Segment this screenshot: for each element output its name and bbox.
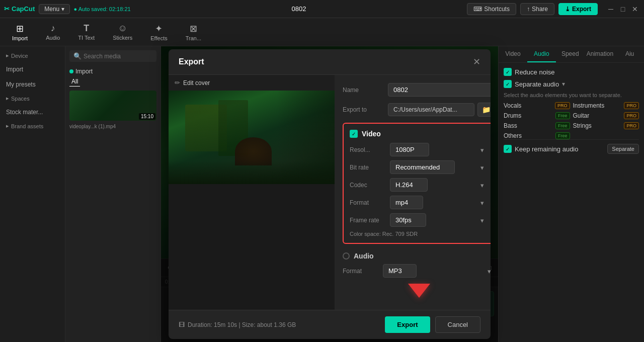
reduce-noise-check[interactable]: ✓ <box>504 68 512 76</box>
nav-effects[interactable]: ✦ Effects <box>142 20 175 44</box>
format-label: Format <box>350 199 390 206</box>
sidebar-spaces[interactable]: ▸ Spaces <box>2 93 63 104</box>
minimize-button[interactable]: ─ <box>606 4 616 14</box>
navbar: ⊞ Import ♪ Audio T TI Text ☺ Stickers ✦ … <box>0 18 644 46</box>
tab-audio[interactable]: Audio <box>527 46 556 62</box>
drums-label: Drums <box>504 112 552 119</box>
others-item: Others Free <box>504 132 570 139</box>
codec-select[interactable]: H.264 H.265 <box>390 178 428 192</box>
import-nav-icon: ⊞ <box>16 23 24 34</box>
export-button[interactable]: ⤓ Export <box>558 3 598 15</box>
nav-text[interactable]: T TI Text <box>70 20 103 44</box>
share-icon: ↑ <box>527 6 530 13</box>
sidebar-stock[interactable]: Stock mater... <box>2 106 63 119</box>
tab-video[interactable]: Video <box>499 46 527 62</box>
shortcuts-icon: ⌨ <box>473 6 482 13</box>
strings-pro-badge: PRO <box>624 122 639 129</box>
keep-audio-check[interactable]: ✓ <box>504 145 512 153</box>
maximize-button[interactable]: □ <box>618 4 628 14</box>
nav-stickers-label: Stickers <box>113 35 132 41</box>
export-path-input[interactable] <box>388 103 474 116</box>
tab-animation[interactable]: Animation <box>585 46 615 62</box>
import-dot-icon <box>69 69 73 73</box>
keep-audio-left: ✓ Keep remaining audio <box>504 145 578 153</box>
framerate-select[interactable]: 30fps 24fps 60fps <box>390 213 426 227</box>
audio-check-icon[interactable] <box>343 252 350 260</box>
audio-elements-grid: Vocals PRO Instruments PRO Drums Free Gu… <box>504 102 639 139</box>
name-row: Name <box>343 83 491 97</box>
audio-section-title: Audio <box>354 252 374 260</box>
reduce-noise-section: ✓ Reduce noise <box>504 68 639 76</box>
vocals-label: Vocals <box>504 102 552 109</box>
sidebar-device[interactable]: ▸ Device <box>2 50 63 61</box>
edit-cover-button[interactable]: Edit cover <box>183 79 210 87</box>
keep-audio-row: ✓ Keep remaining audio Separate <box>504 139 639 154</box>
strings-label: Strings <box>573 122 621 129</box>
cancel-button[interactable]: Cancel <box>435 316 480 333</box>
nav-audio[interactable]: ♪ Audio <box>38 20 68 44</box>
export-to-label: Export to <box>343 106 388 113</box>
name-input[interactable] <box>388 83 491 97</box>
codec-row: Codec H.264 H.265 <box>350 178 488 192</box>
nav-text-label: TI Text <box>78 35 95 41</box>
nav-transitions[interactable]: ⊠ Tran... <box>178 20 209 44</box>
nav-import-label: Import <box>12 35 28 41</box>
media-grid: 15:10 videoplay...k (1).mp4 <box>65 89 160 342</box>
search-input[interactable] <box>84 53 152 60</box>
sidebar-import[interactable]: Import <box>2 63 63 76</box>
transitions-nav-icon: ⊠ <box>190 23 197 34</box>
vocals-item: Vocals PRO <box>504 102 570 109</box>
audio-format-select[interactable]: MP3 AAC <box>383 264 417 278</box>
close-button[interactable]: ✕ <box>630 4 640 14</box>
format-select-wrap: mp4 mov <box>390 196 488 209</box>
app-name: CapCut <box>12 5 35 13</box>
instruments-item: Instruments PRO <box>573 102 639 109</box>
strings-item: Strings PRO <box>573 122 639 129</box>
export-confirm-button[interactable]: Export <box>385 316 430 333</box>
media-tab-all[interactable]: All <box>69 77 80 87</box>
format-select[interactable]: mp4 mov <box>390 196 423 209</box>
sidebar-presets[interactable]: My presets <box>2 78 63 91</box>
keep-audio-label: Keep remaining audio <box>515 145 578 153</box>
export-icon: ⤓ <box>565 6 570 13</box>
menu-button[interactable]: Menu ▾ <box>39 4 69 14</box>
project-title: 0802 <box>135 5 463 13</box>
tab-speed[interactable]: Speed <box>556 46 585 62</box>
right-panel: Video Audio Speed Animation Aiu ✓ Reduce… <box>498 46 644 342</box>
tab-more[interactable]: Aiu <box>615 46 644 62</box>
bitrate-select[interactable]: Recommended High Low <box>390 160 455 174</box>
separate-audio-label: Separate audio <box>515 80 559 88</box>
media-tabs: All <box>65 77 160 89</box>
guitar-label: Guitar <box>573 112 621 119</box>
resolution-row: Resol... 1080P 720P 4K <box>350 143 488 156</box>
export-dialog: Export ✕ ✏ Edit cover <box>169 49 491 339</box>
separate-audio-check[interactable]: ✓ <box>504 80 512 88</box>
export-label: Export <box>572 6 591 13</box>
spaces-arrow-icon: ▸ <box>6 95 9 102</box>
bass-item: Bass Free <box>504 122 570 129</box>
folder-button[interactable]: 📁 <box>477 103 491 117</box>
media-thumbnail[interactable]: 15:10 <box>69 91 156 121</box>
brand-arrow-icon: ▸ <box>6 123 9 129</box>
nav-effects-label: Effects <box>150 35 167 41</box>
import-media-btn[interactable]: Import <box>65 66 160 77</box>
separate-action-button[interactable]: Separate <box>607 144 639 154</box>
sidebar-brand[interactable]: ▸ Brand assets <box>2 121 63 131</box>
dialog-close-button[interactable]: ✕ <box>473 56 480 67</box>
nav-import[interactable]: ⊞ Import <box>4 20 36 44</box>
nav-stickers[interactable]: ☺ Stickers <box>105 20 140 44</box>
bass-label: Bass <box>504 122 552 129</box>
duration-info: 🎞 Duration: 15m 10s | Size: about 1.36 G… <box>179 321 296 328</box>
shortcuts-button[interactable]: ⌨ Shortcuts <box>467 3 516 15</box>
bass-free-badge: Free <box>555 122 570 129</box>
search-bar: 🔍 <box>69 50 156 62</box>
dialog-footer: 🎞 Duration: 15m 10s | Size: about 1.36 G… <box>169 310 491 339</box>
video-check-icon[interactable]: ✓ <box>350 130 358 138</box>
guitar-pro-badge: PRO <box>624 112 639 119</box>
framerate-select-wrap: 30fps 24fps 60fps <box>390 213 488 227</box>
resolution-select[interactable]: 1080P 720P 4K <box>390 143 429 156</box>
nav-transitions-label: Tran... <box>186 35 201 41</box>
share-button[interactable]: ↑ Share <box>520 3 554 15</box>
dialog-preview-area: ✏ Edit cover <box>169 75 335 310</box>
thumb-filename: videoplay...k (1).mp4 <box>69 123 156 130</box>
